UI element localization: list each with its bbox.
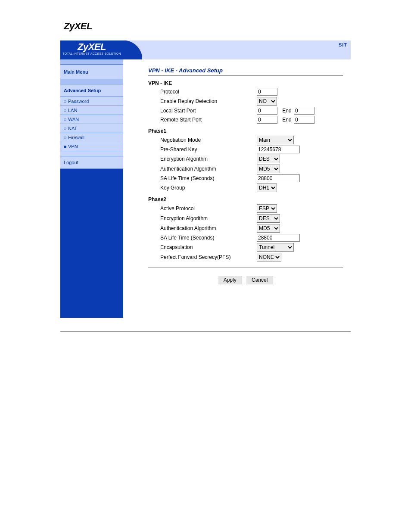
ap-select[interactable]: ESPAH bbox=[257, 204, 277, 213]
content-area: VPN - IKE - Advanced Setup VPN - IKE Pro… bbox=[123, 59, 351, 318]
protocol-label: Protocol bbox=[160, 89, 257, 95]
local-end-label: End bbox=[282, 108, 291, 114]
remote-start-port-label: Remote Start Port bbox=[160, 117, 257, 123]
remote-end-label: End bbox=[282, 117, 291, 123]
logo-cell: ZyXEL TOTAL INTERNET ACCESS SOLUTION bbox=[60, 40, 123, 59]
sidebar-item-password[interactable]: Password bbox=[60, 97, 123, 106]
section-phase2-heading: Phase2 bbox=[148, 196, 343, 202]
p1-auth-label: Authentication Algorithm bbox=[160, 166, 257, 172]
sidebar: Main Menu Advanced Setup Password LAN WA… bbox=[60, 59, 123, 318]
p2-auth-label: Authentication Algorithm bbox=[160, 225, 257, 231]
psk-input[interactable] bbox=[257, 146, 300, 153]
encap-select[interactable]: TunnelTransport bbox=[257, 243, 294, 252]
replay-select[interactable]: NOYES bbox=[257, 97, 277, 106]
section-phase1-heading: Phase1 bbox=[148, 128, 343, 134]
ap-label: Active Protocol bbox=[160, 205, 257, 212]
logo-tagline: TOTAL INTERNET ACCESS SOLUTION bbox=[60, 52, 123, 55]
sidebar-main-menu[interactable]: Main Menu bbox=[60, 65, 123, 79]
psk-label: Pre-Shared Key bbox=[160, 146, 257, 152]
p2-auth-select[interactable]: MD5SHA1 bbox=[257, 224, 280, 233]
neg-mode-select[interactable]: MainAggressive bbox=[257, 136, 294, 144]
section-vpn-ike-heading: VPN - IKE bbox=[148, 80, 343, 86]
sidebar-item-wan[interactable]: WAN bbox=[60, 115, 123, 124]
encap-label: Encapsulation bbox=[160, 244, 257, 250]
header-badge: SIT bbox=[339, 42, 347, 47]
p2-sa-input[interactable] bbox=[257, 234, 300, 242]
p1-enc-label: Encryption Algorithm bbox=[160, 156, 257, 162]
local-end-port-input[interactable] bbox=[294, 107, 314, 115]
sidebar-section-heading: Advanced Setup bbox=[60, 84, 123, 97]
pfs-label: Perfect Forward Secrecy(PFS) bbox=[160, 254, 257, 260]
p1-auth-select[interactable]: MD5SHA1 bbox=[257, 165, 280, 173]
app-header: ZyXEL TOTAL INTERNET ACCESS SOLUTION SIT bbox=[60, 40, 351, 59]
kg-select[interactable]: DH1DH2 bbox=[257, 184, 277, 192]
brand-logo: ZyXEL bbox=[64, 21, 92, 31]
local-start-port-input[interactable] bbox=[257, 107, 277, 115]
sidebar-item-vpn[interactable]: VPN bbox=[60, 142, 123, 151]
p2-enc-select[interactable]: DES3DESNULL bbox=[257, 214, 280, 223]
protocol-input[interactable] bbox=[257, 88, 277, 96]
kg-label: Key Group bbox=[160, 185, 257, 191]
neg-mode-label: Negotiation Mode bbox=[160, 137, 257, 143]
remote-start-port-input[interactable] bbox=[257, 116, 277, 124]
p1-sa-input[interactable] bbox=[257, 174, 300, 182]
local-start-port-label: Local Start Port bbox=[160, 108, 257, 114]
page-title: VPN - IKE - Advanced Setup bbox=[148, 67, 343, 74]
pfs-select[interactable]: NONEDH1DH2 bbox=[257, 253, 281, 261]
sidebar-item-nat[interactable]: NAT bbox=[60, 124, 123, 133]
logo-text: ZyXEL bbox=[60, 42, 123, 52]
p1-enc-select[interactable]: DES3DES bbox=[257, 155, 280, 163]
sidebar-item-lan[interactable]: LAN bbox=[60, 106, 123, 115]
remote-end-port-input[interactable] bbox=[294, 116, 314, 124]
cancel-button[interactable]: Cancel bbox=[246, 276, 273, 284]
replay-label: Enable Replay Detection bbox=[160, 98, 257, 104]
p1-sa-label: SA Life Time (Seconds) bbox=[160, 175, 257, 181]
sidebar-item-firewall[interactable]: Firewall bbox=[60, 133, 123, 142]
p2-enc-label: Encryption Algorithm bbox=[160, 215, 257, 221]
apply-button[interactable]: Apply bbox=[218, 276, 242, 284]
sidebar-logout[interactable]: Logout bbox=[60, 156, 123, 169]
p2-sa-label: SA Life Time (Seconds) bbox=[160, 235, 257, 241]
